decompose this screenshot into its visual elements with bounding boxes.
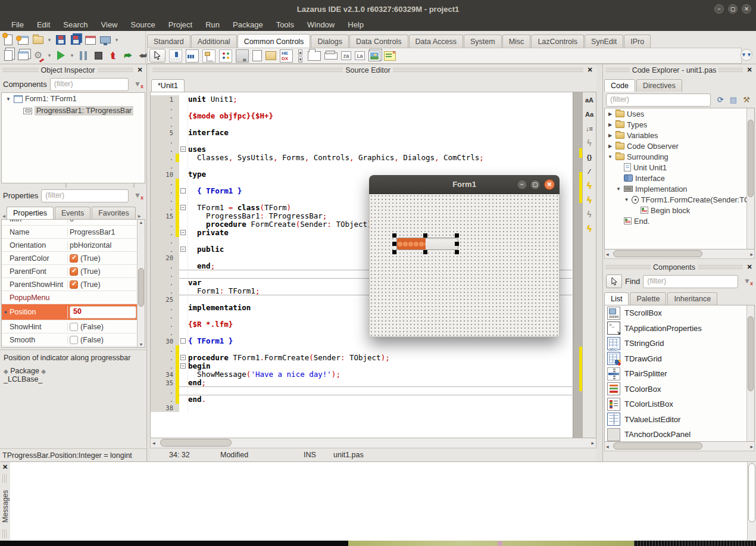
tab-palette[interactable]: Palette [630,292,666,305]
palette-tab-synedit[interactable]: SynEdit [585,35,623,48]
selection-handle[interactable] [423,233,427,238]
scrollbar[interactable] [746,305,754,441]
fold-icon[interactable]: − [180,230,186,235]
ttreefilteredit-icon[interactable]: za [341,51,351,60]
tab-inheritance[interactable]: Inheritance [667,292,717,305]
view-units-button[interactable] [1,48,15,63]
filter-funnel-icon[interactable]: ▼ [132,79,143,91]
drag-grip[interactable] [98,68,134,73]
fold-icon[interactable]: − [180,146,186,152]
close-icon[interactable]: ✕ [136,66,144,74]
tab-properties[interactable]: Properties [7,207,54,219]
menu-item-window[interactable]: Window [301,19,341,30]
menu-item-source[interactable]: Source [124,19,162,30]
expander-icon[interactable]: ▶ [607,133,613,138]
ttabcontrol-icon[interactable] [308,51,321,61]
tree-item-progressbar1[interactable]: ProgressBar1: TProgressBar [2,105,145,117]
menu-item-file[interactable]: File [5,19,30,30]
side-lightning-gray-icon-2[interactable]: ϟ [583,208,595,220]
explorer-item-end-[interactable]: End. [605,216,754,226]
explorer-item-surrounding[interactable]: ▼Surrounding [605,151,754,162]
explorer-item-interface[interactable]: Interface [605,173,754,183]
filter-funnel-icon[interactable]: ▼ [132,190,143,202]
selection-handle[interactable] [455,233,459,238]
expander-icon[interactable]: ▶ [607,122,613,127]
step-over-button[interactable]: ⮬ [106,48,120,63]
side-case-lower-icon[interactable]: Aa [583,108,595,120]
explorer-item-unit-unit1[interactable]: Unit Unit1 [605,162,754,173]
tlistview-icon[interactable] [219,49,232,63]
scroll-right-icon[interactable]: ▸ [591,439,594,447]
palette-tab-lazcontrols[interactable]: LazControls [531,35,584,48]
drag-grip[interactable] [2,474,8,483]
fold-icon[interactable] [180,188,186,194]
tpopupnotifier-icon[interactable] [384,51,396,61]
new-unit-button[interactable] [1,33,15,47]
form-designer-window[interactable]: Form1 − ▢ ✕ [369,175,560,337]
menu-item-run[interactable]: Run [199,19,226,30]
property-row-parentfont[interactable]: ParentFont(True) [2,265,145,278]
tree-item-form1[interactable]: ▼Form1: TForm1 [2,93,145,105]
view-windows-dropdown[interactable]: ▾ [113,33,120,47]
explorer-item-types[interactable]: ▶Types [605,119,754,130]
property-row-popupmenu[interactable]: PopupMenu [2,291,145,304]
form-titlebar[interactable]: Form1 − ▢ ✕ [369,175,560,194]
tpagecontrol-icon[interactable] [280,49,293,63]
checkbox-off[interactable] [70,336,78,344]
form-canvas[interactable] [369,194,560,337]
form-maximize-button[interactable]: ▢ [530,179,541,190]
side-lightning-yellow-icon-1[interactable]: ϟ [583,179,595,192]
menu-item-search[interactable]: Search [57,19,94,30]
tlistfilteredit-icon[interactable]: La [355,51,365,60]
palette-tab-standard[interactable]: Standard [147,35,190,48]
selection-handle[interactable] [392,233,396,238]
menu-item-package[interactable]: Package [226,19,270,30]
fold-icon[interactable]: − [180,205,186,210]
stop-button[interactable] [91,48,105,63]
side-comment-braces-icon[interactable]: {} [583,151,595,163]
selection-handle[interactable] [392,242,396,246]
explorer-item-implementation[interactable]: ▼Implementation [605,183,754,194]
property-row-parentshowhint[interactable]: ParentShowHint(True) [2,278,145,291]
components-filter-input[interactable]: (filter) [50,78,129,91]
drag-grip[interactable] [152,68,343,73]
close-icon[interactable]: ✕ [745,66,754,74]
selection-handle[interactable] [455,242,459,246]
scrollbar-thumb[interactable] [160,439,232,447]
side-slash-icon[interactable]: ⁄ [583,165,595,177]
tab-scroll-left-icon[interactable]: ◂ [1,213,7,219]
palette-tab-misc[interactable]: Misc [502,35,531,48]
options-doc-icon[interactable]: ▤ [727,93,740,107]
selection-handle[interactable] [455,250,459,254]
explorer-item-begin-block[interactable]: Begin block [605,205,754,216]
run-dropdown[interactable]: ▾ [68,48,76,63]
mode-wrench-icon[interactable]: ⚒ [740,93,753,107]
form-minimize-button[interactable]: − [517,179,527,190]
expander-icon[interactable]: ▶ [607,143,613,149]
drag-grip[interactable] [2,68,39,73]
step-into-button[interactable]: ⮫ [121,48,135,63]
save-all-button[interactable] [68,33,83,47]
fold-icon[interactable]: − [180,355,186,360]
side-jump-down-icon[interactable]: ↓≡ [583,122,595,135]
menu-item-help[interactable]: Help [341,19,370,30]
close-icon[interactable]: ✕ [1,463,10,472]
drag-grip[interactable] [605,265,651,270]
scrollbar[interactable] [746,108,754,249]
palette-tab-data-controls[interactable]: Data Controls [349,35,408,48]
drag-grip[interactable] [605,68,630,73]
pause-button[interactable] [76,48,90,63]
fold-icon[interactable]: − [180,247,186,252]
explorer-item-uses[interactable]: ▶Uses [605,108,754,119]
property-row-showhint[interactable]: ShowHint(False) [2,320,145,333]
form-close-button[interactable]: ✕ [544,179,555,190]
palette-tab-system[interactable]: System [464,35,502,48]
progressbar-control[interactable] [396,238,458,250]
scrollbar[interactable] [747,462,756,541]
explorer-item-code-observer[interactable]: ▶Code Observer [605,141,754,151]
tprogressbar-icon[interactable] [186,49,199,63]
theadercontrol-icon[interactable] [324,52,338,60]
editor-tab-unit1[interactable]: *Unit1 [151,79,185,92]
close-icon[interactable]: ✕ [745,263,754,272]
tupdown-icon[interactable]: ▲▼ [296,49,304,63]
